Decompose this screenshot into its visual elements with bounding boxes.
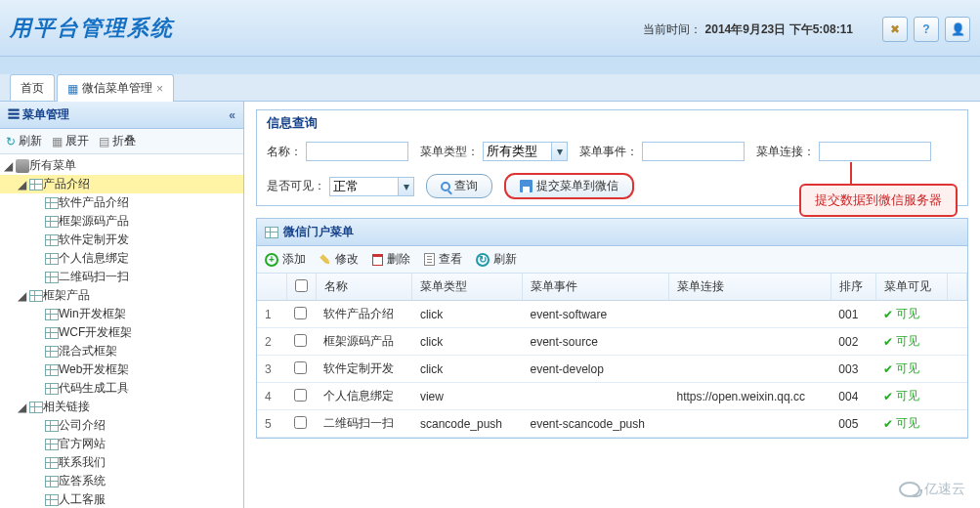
refresh-button[interactable]: ↻刷新 — [476, 251, 517, 268]
cell-visible: ✔可见 — [875, 328, 947, 356]
tree-node[interactable]: 软件定制开发 — [0, 231, 243, 249]
tree-node[interactable]: Win开发框架 — [0, 305, 243, 323]
col-rownum — [257, 274, 286, 301]
type-combo-input[interactable] — [483, 142, 551, 161]
tree-node[interactable]: 人工客服 — [0, 490, 243, 506]
tools-icon[interactable]: ✖ — [882, 17, 908, 42]
delete-button[interactable]: 删除 — [372, 251, 410, 268]
time-label: 当前时间： — [643, 22, 702, 36]
cell-visible: ✔可见 — [875, 301, 947, 328]
edit-button[interactable]: 修改 — [320, 251, 359, 268]
link-input[interactable] — [819, 142, 931, 161]
col-event[interactable]: 菜单事件 — [522, 274, 668, 301]
cell-rownum: 2 — [257, 328, 286, 356]
table-row[interactable]: 4个人信息绑定viewhttps://open.weixin.qq.cc004✔… — [257, 383, 967, 410]
tree-node[interactable]: 联系我们 — [0, 453, 243, 472]
cell-type: scancode_push — [412, 410, 523, 438]
cell-visible: ✔可见 — [875, 383, 947, 410]
view-button[interactable]: 查看 — [424, 251, 462, 268]
grid-icon — [45, 476, 59, 487]
user-icon[interactable]: 👤 — [945, 17, 970, 42]
add-button[interactable]: +添加 — [265, 251, 306, 268]
chevron-down-icon[interactable]: ▾ — [551, 142, 568, 161]
chevron-down-icon[interactable]: ▾ — [398, 177, 414, 196]
row-checkbox[interactable] — [294, 361, 307, 374]
visible-combo[interactable]: ▾ — [329, 177, 414, 196]
tree-node-links[interactable]: ◢相关链接 — [0, 398, 243, 416]
table-row[interactable]: 5二维码扫一扫scancode_pushevent-scancode_push0… — [257, 410, 967, 438]
visible-combo-input[interactable] — [329, 177, 398, 196]
tab-home[interactable]: 首页 — [10, 74, 55, 101]
grid-icon — [45, 234, 59, 246]
query-title: 信息查询 — [257, 110, 967, 136]
tree-node[interactable]: 公司介绍 — [0, 416, 243, 435]
tree-node[interactable]: 二维码扫一扫 — [0, 268, 243, 286]
tree-node[interactable]: 软件产品介绍 — [0, 193, 243, 212]
cell-rownum: 4 — [257, 383, 286, 410]
table-row[interactable]: 3软件定制开发clickevent-develop003✔可见 — [257, 356, 967, 383]
callout-annotation: 提交数据到微信服务器 — [799, 184, 958, 217]
tree-node[interactable]: 个人信息绑定 — [0, 249, 243, 268]
select-all-checkbox[interactable] — [295, 279, 308, 292]
check-icon: ✔ — [883, 335, 893, 349]
check-icon: ✔ — [883, 417, 893, 431]
cell-order: 001 — [831, 301, 875, 328]
plus-icon: + — [265, 253, 278, 267]
sidebar-title: 菜单管理 — [22, 107, 69, 121]
tree-node[interactable]: 代码生成工具 — [0, 379, 243, 398]
visible-label: 是否可见： — [267, 178, 325, 194]
row-checkbox[interactable] — [294, 334, 307, 347]
cell-order: 005 — [831, 410, 875, 438]
cell-name: 个人信息绑定 — [316, 383, 412, 410]
tab-home-label: 首页 — [21, 80, 44, 97]
trash-icon — [372, 254, 383, 266]
submit-wechat-button[interactable]: 提交菜单到微信 — [504, 173, 634, 199]
tree-node-framework[interactable]: ◢框架产品 — [0, 286, 243, 305]
event-input[interactable] — [642, 142, 745, 161]
row-checkbox[interactable] — [294, 389, 307, 402]
grid-icon — [45, 420, 59, 432]
cell-link — [669, 301, 831, 328]
grid-icon — [45, 197, 59, 209]
cell-type: view — [412, 383, 523, 410]
col-checkbox — [286, 274, 316, 301]
cell-event: event-software — [522, 301, 668, 328]
cell-visible: ✔可见 — [875, 356, 947, 383]
col-order[interactable]: 排序 — [831, 274, 875, 301]
row-checkbox[interactable] — [294, 307, 307, 319]
tree-node[interactable]: 框架源码产品 — [0, 212, 243, 231]
list-icon: ☰ — [8, 107, 20, 121]
col-visible[interactable]: 菜单可见 — [875, 274, 947, 301]
tree-node[interactable]: Web开发框架 — [0, 360, 243, 379]
row-checkbox[interactable] — [294, 416, 307, 429]
tab-wechat-menu[interactable]: ▦ 微信菜单管理 × — [57, 74, 174, 102]
type-combo[interactable]: ▾ — [483, 142, 568, 161]
header-icons: ✖ ? 👤 — [882, 17, 970, 42]
expand-button[interactable]: ▦展开 — [52, 133, 89, 149]
tree-node[interactable]: 混合式框架 — [0, 342, 243, 360]
search-button[interactable]: 查询 — [426, 174, 492, 198]
tab-close-icon[interactable]: × — [156, 82, 163, 96]
grid-icon — [29, 290, 43, 302]
grid-icon — [45, 364, 59, 376]
tree-node-product[interactable]: ◢产品介绍 — [0, 175, 243, 193]
table-row[interactable]: 2框架源码产品clickevent-source002✔可见 — [257, 328, 967, 356]
grid-icon — [29, 179, 43, 190]
name-input[interactable] — [306, 142, 408, 161]
save-icon — [520, 180, 533, 192]
col-link[interactable]: 菜单连接 — [669, 274, 831, 301]
tree-root[interactable]: ◢所有菜单 — [0, 156, 243, 175]
refresh-button[interactable]: ↻刷新 — [6, 133, 42, 149]
table-row[interactable]: 1软件产品介绍clickevent-software001✔可见 — [257, 301, 967, 328]
tree-node[interactable]: WCF开发框架 — [0, 323, 243, 342]
tree-node[interactable]: 应答系统 — [0, 472, 243, 490]
tree-node[interactable]: 官方网站 — [0, 435, 243, 453]
data-grid: 名称 菜单类型 菜单事件 菜单连接 排序 菜单可见 1软件产品介绍clickev… — [257, 274, 967, 438]
check-icon: ✔ — [883, 362, 893, 376]
help-icon[interactable]: ? — [914, 17, 939, 42]
sidebar-collapse-icon[interactable]: « — [229, 108, 235, 122]
col-type[interactable]: 菜单类型 — [412, 274, 523, 301]
collapse-all-button[interactable]: ▤折叠 — [99, 133, 136, 149]
grid-icon — [45, 383, 59, 395]
col-name[interactable]: 名称 — [316, 274, 412, 301]
